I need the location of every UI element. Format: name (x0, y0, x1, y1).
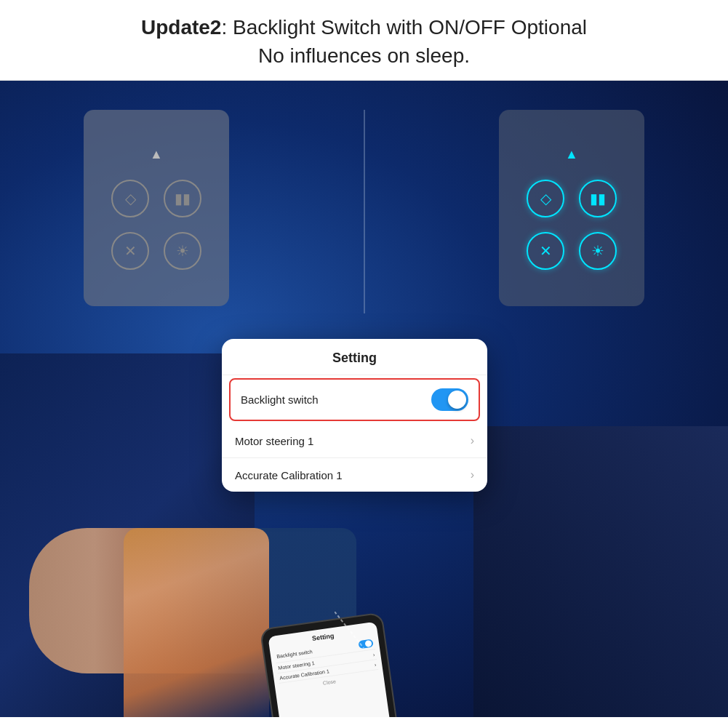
divider-line (364, 110, 365, 313)
buttons-row-bottom-right: ✕ ☀ (527, 232, 617, 270)
btn-sunlight-right: ☀ (579, 232, 617, 270)
modal-row-calibration[interactable]: Accurate Calibration 1 › (222, 458, 487, 492)
small-phone-label-backlight: Backlight switch (276, 649, 313, 660)
small-phone-toggle-knob (364, 640, 372, 647)
btn-close-right: ✕ (527, 232, 564, 270)
bedroom-right-bg (473, 426, 728, 717)
update-label: Update2 (141, 16, 221, 39)
small-phone-chevron-calibration: › (374, 663, 376, 668)
modal-label-backlight: Backlight switch (241, 393, 319, 406)
modal-row-backlight: Backlight switch (229, 378, 480, 421)
small-phone: Setting Backlight switch Motor steering … (260, 612, 405, 718)
modal-chevron-motor: › (471, 434, 474, 447)
setting-modal: Setting Backlight switch Motor steering … (222, 339, 487, 492)
header-text-2: No influences on sleep. (258, 44, 470, 67)
modal-chevron-calibration: › (471, 468, 474, 481)
small-phone-chevron-motor: › (372, 652, 375, 657)
buttons-row-top-left: ◇ ▮▮ (111, 180, 201, 217)
btn-pause-right: ▮▮ (579, 180, 617, 217)
modal-title: Setting (222, 339, 487, 375)
switch-panel-right: ▲ ◇ ▮▮ ✕ ☀ (499, 110, 644, 306)
wifi-icon-right: ▲ (565, 147, 578, 162)
small-phone-toggle[interactable] (358, 639, 373, 649)
modal-row-motor[interactable]: Motor steering 1 › (222, 424, 487, 458)
btn-open-left: ◇ (111, 180, 149, 217)
buttons-row-bottom-left: ✕ ☀ (111, 232, 201, 270)
btn-pause-left: ▮▮ (164, 180, 201, 217)
toggle-backlight[interactable] (431, 388, 468, 411)
modal-label-motor: Motor steering 1 (235, 435, 313, 447)
toggle-backlight-knob (448, 391, 466, 409)
main-area: ▲ ◇ ▮▮ ✕ ☀ ▲ ◇ ▮▮ ✕ ☀ Setting Backlight … (0, 81, 728, 717)
btn-open-right: ◇ (527, 180, 564, 217)
header-text: Update2: Backlight Switch with ON/OFF Op… (15, 13, 713, 70)
switch-panel-left: ▲ ◇ ▮▮ ✕ ☀ (84, 110, 229, 306)
modal-label-calibration: Accurate Calibration 1 (235, 469, 343, 481)
wifi-icon-left: ▲ (150, 147, 163, 162)
small-phone-screen: Setting Backlight switch Motor steering … (268, 622, 396, 717)
buttons-row-top-right: ◇ ▮▮ (527, 180, 617, 217)
header-text-1: : Backlight Switch with ON/OFF Optional (221, 16, 587, 39)
header-section: Update2: Backlight Switch with ON/OFF Op… (0, 0, 728, 81)
btn-close-left: ✕ (111, 232, 149, 270)
hand-skin (124, 528, 269, 717)
btn-light-left: ☀ (164, 232, 201, 270)
